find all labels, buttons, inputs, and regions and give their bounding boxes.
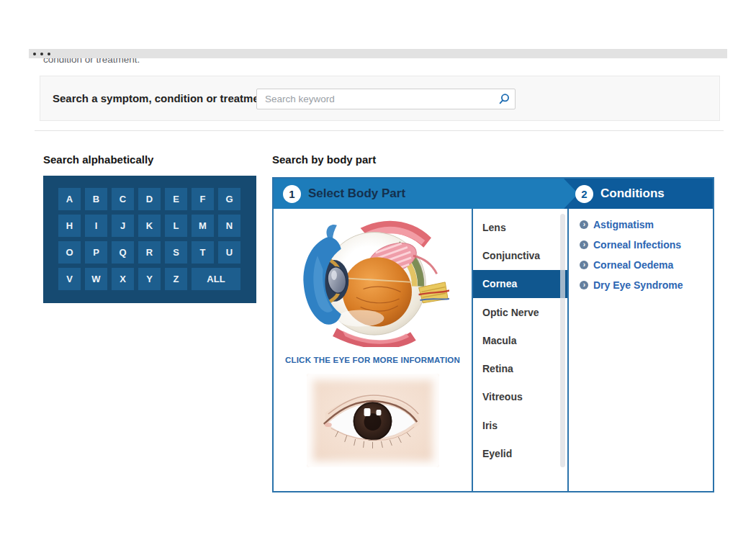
step2-banner: 2 Conditions (564, 179, 713, 209)
eye-anatomy-svg (297, 213, 449, 347)
alphabet-panel: ABCDEFGHIJKLMNOPQRSTUVWXYZALL (43, 176, 256, 303)
body-part-widget: 1 Select Body Part 2 Conditions (272, 177, 714, 492)
alphabet-button-s[interactable]: S (165, 241, 187, 264)
collapsed-divider-bar (29, 49, 727, 58)
alphabet-button-c[interactable]: C (112, 188, 134, 210)
alphabet-button-j[interactable]: J (112, 215, 134, 237)
search-panel: Search a symptom, condition or treatment… (40, 76, 720, 121)
alphabet-button-y[interactable]: Y (138, 268, 161, 290)
eye-photo (307, 374, 439, 467)
alphabet-button-p[interactable]: P (85, 241, 107, 264)
alphabet-button-n[interactable]: N (218, 215, 240, 237)
clipped-paragraph-text: condition or treatment. (43, 58, 140, 65)
search-input-wrap (256, 89, 516, 109)
search-submit-button[interactable] (498, 93, 510, 105)
horizontal-divider (35, 130, 724, 131)
condition-link-corneal-infections[interactable]: Corneal Infections (593, 239, 681, 251)
step2-label: Conditions (600, 186, 665, 201)
condition-link-astigmatism[interactable]: Astigmatism (593, 219, 654, 230)
alphabet-button-d[interactable]: D (138, 188, 161, 210)
ellipsis-icon (33, 53, 50, 55)
alphabet-button-f[interactable]: F (192, 188, 214, 210)
eye-photo-svg (307, 374, 439, 467)
clipped-paragraph: condition or treatment. (43, 58, 140, 68)
alphabet-button-z[interactable]: Z (165, 268, 187, 290)
condition-item: ›Corneal Oedema (580, 258, 713, 271)
eye-image-column: CLICK THE EYE FOR MORE INFORMATION (274, 209, 472, 491)
step1-label: Select Body Part (308, 186, 405, 201)
body-part-item-macula[interactable]: Macula (473, 326, 567, 354)
alphabet-button-t[interactable]: T (192, 241, 214, 264)
condition-link-corneal-oedema[interactable]: Corneal Oedema (593, 259, 673, 271)
body-part-list: LensConjunctivaCorneaOptic NerveMaculaRe… (473, 213, 567, 468)
alphabet-button-w[interactable]: W (85, 268, 107, 290)
step1-banner: 1 Select Body Part (274, 179, 578, 209)
chevron-circle-icon: › (580, 281, 588, 289)
conditions-list: ›Astigmatism›Corneal Infections›Corneal … (569, 209, 713, 491)
condition-link-dry-eye-syndrome[interactable]: Dry Eye Syndrome (593, 279, 683, 291)
alphabet-button-a[interactable]: A (58, 188, 81, 210)
body-part-item-vitreous[interactable]: Vitreous (473, 383, 567, 411)
chevron-circle-icon: › (580, 240, 588, 249)
body-part-item-iris[interactable]: Iris (473, 411, 567, 439)
alphabet-button-o[interactable]: O (58, 241, 81, 264)
alphabet-button-q[interactable]: Q (112, 241, 134, 264)
body-part-item-optic-nerve[interactable]: Optic Nerve (473, 298, 567, 326)
condition-item: ›Astigmatism (580, 218, 713, 230)
widget-body: CLICK THE EYE FOR MORE INFORMATION (274, 209, 713, 491)
search-label: Search a symptom, condition or treatment… (53, 92, 273, 104)
alphabet-button-r[interactable]: R (138, 241, 161, 264)
alphabet-button-k[interactable]: K (138, 215, 161, 237)
list-scrollbar[interactable] (560, 214, 565, 467)
chevron-circle-icon: › (580, 261, 588, 269)
alphabet-button-v[interactable]: V (58, 268, 81, 290)
body-part-item-retina[interactable]: Retina (473, 354, 567, 382)
alphabet-button-h[interactable]: H (58, 215, 81, 237)
eye-image-caption: CLICK THE EYE FOR MORE INFORMATION (274, 356, 472, 364)
alphabet-grid: ABCDEFGHIJKLMNOPQRSTUVWXYZALL (58, 188, 241, 290)
alphabet-button-m[interactable]: M (192, 215, 214, 237)
alphabet-button-e[interactable]: E (165, 188, 187, 210)
condition-item: ›Dry Eye Syndrome (580, 279, 713, 291)
widget-header: 1 Select Body Part 2 Conditions (274, 179, 713, 209)
alphabet-button-u[interactable]: U (218, 241, 240, 264)
search-input[interactable] (256, 89, 516, 109)
alphabet-section-title: Search alphabetically (43, 153, 153, 166)
alphabet-button-x[interactable]: X (112, 268, 134, 290)
alphabet-button-g[interactable]: G (218, 188, 240, 210)
body-part-item-eyelid[interactable]: Eyelid (473, 439, 567, 467)
alphabet-button-i[interactable]: I (85, 215, 107, 237)
step2-number-badge: 2 (575, 185, 593, 203)
chevron-circle-icon: › (580, 220, 588, 229)
eye-anatomy-illustration[interactable] (297, 213, 449, 350)
alphabet-button-b[interactable]: B (85, 188, 107, 210)
step1-number-badge: 1 (283, 185, 301, 203)
alphabet-button-l[interactable]: L (165, 215, 187, 237)
body-part-item-lens[interactable]: Lens (473, 213, 567, 241)
alphabet-button-all[interactable]: ALL (192, 268, 240, 290)
body-part-item-conjunctiva[interactable]: Conjunctiva (473, 241, 567, 269)
magnifier-icon (498, 93, 510, 105)
body-part-item-cornea[interactable]: Cornea (473, 270, 567, 298)
page: condition or treatment. Search a symptom… (0, 0, 756, 540)
body-part-list-column: LensConjunctivaCorneaOptic NerveMaculaRe… (472, 209, 569, 491)
condition-item: ›Corneal Infections (580, 238, 713, 251)
body-part-section-title: Search by body part (272, 153, 376, 166)
